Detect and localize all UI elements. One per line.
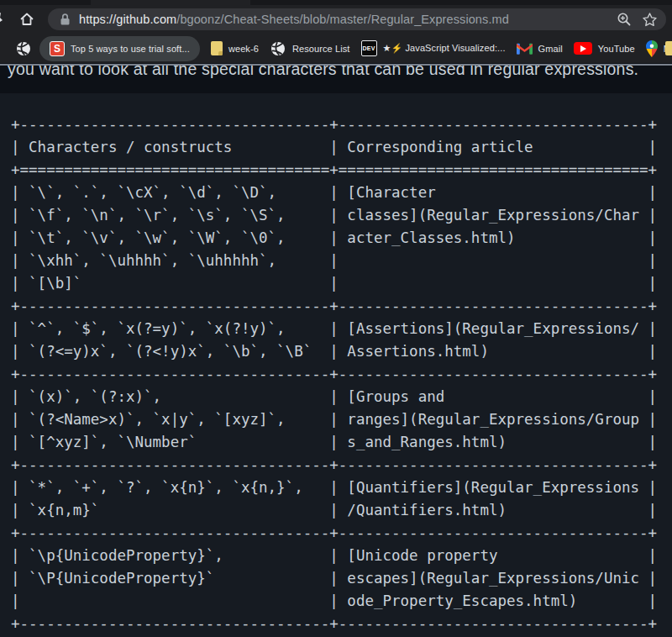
bookmark-top5-trial-software[interactable]: S Top 5 ways to use trial soft... xyxy=(39,36,200,61)
browser-chrome: https://github.com/bgoonz/Cheat-Sheets/b… xyxy=(0,0,672,63)
bookmark-star-icon[interactable] xyxy=(642,12,658,28)
bookmark-folder-week6[interactable]: week-6 xyxy=(211,41,259,55)
bookmark-label: Gmail xyxy=(538,44,563,54)
s-favicon: S xyxy=(50,41,65,56)
url-text[interactable]: https://github.com/bgoonz/Cheat-Sheets/b… xyxy=(79,13,606,26)
bookmarks-bar: S Top 5 ways to use trial soft... week-6… xyxy=(0,34,672,63)
globe-icon xyxy=(15,40,32,57)
globe-icon xyxy=(270,40,286,57)
url-path: /bgoonz/Cheat-Sheets/blob/master/Regular… xyxy=(176,13,509,26)
maps-pin-icon xyxy=(646,40,658,57)
bookmark-label: YouTube xyxy=(598,44,635,54)
bookmark-youtube[interactable]: YouTube xyxy=(574,42,635,55)
dev-favicon: DEV xyxy=(361,40,377,56)
bookmark-label: Resource List xyxy=(292,44,350,54)
bookmark-resource-list[interactable]: Resource List xyxy=(270,40,350,57)
gmail-icon xyxy=(517,42,533,55)
home-icon xyxy=(18,11,35,28)
browser-toolbar: https://github.com/bgoonz/Cheat-Sheets/b… xyxy=(0,5,672,34)
bookmark-label: week-6 xyxy=(228,44,259,54)
bookmark-gmail[interactable]: Gmail xyxy=(517,42,563,55)
home-button[interactable] xyxy=(18,11,35,28)
bookmark-js-visualized[interactable]: DEV ★⚡ JavaScript Visualized:... xyxy=(361,40,506,56)
youtube-icon xyxy=(574,42,592,55)
lock-icon[interactable] xyxy=(60,13,71,26)
bookmark-globe[interactable] xyxy=(15,40,32,57)
bookmark-label: ★⚡ JavaScript Visualized:... xyxy=(383,43,506,54)
code-block: +-----------------------------------+---… xyxy=(0,93,672,637)
url-host: https://github.com xyxy=(79,13,176,26)
ascii-table: +-----------------------------------+---… xyxy=(11,113,672,635)
clipped-extension-icon xyxy=(0,13,4,24)
zoom-in-icon[interactable] xyxy=(617,12,632,27)
bookmark-folder-clipped[interactable] xyxy=(665,41,672,55)
folder-icon xyxy=(211,41,223,55)
page-content: you want to look at all the special char… xyxy=(0,64,672,637)
bookmark-label: Top 5 ways to use trial soft... xyxy=(71,44,190,54)
clipped-paragraph: you want to look at all the special char… xyxy=(0,64,672,80)
paragraph-text: you want to look at all the special char… xyxy=(8,64,672,79)
address-bar[interactable]: https://github.com/bgoonz/Cheat-Sheets/b… xyxy=(48,8,666,30)
